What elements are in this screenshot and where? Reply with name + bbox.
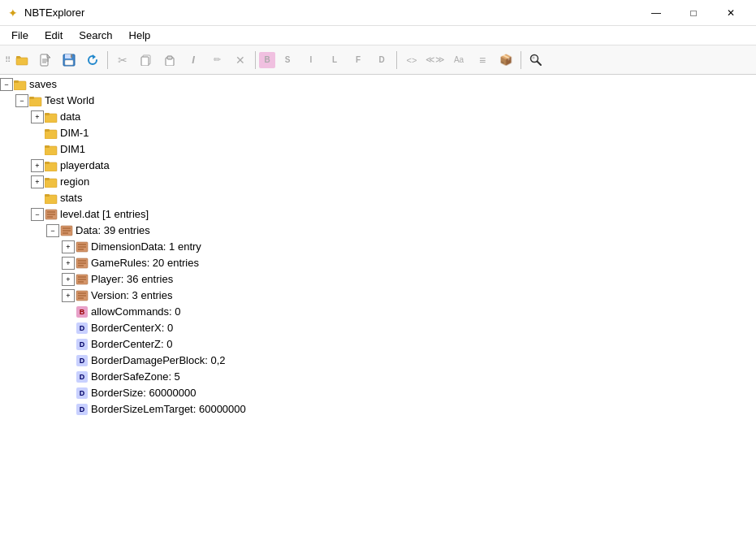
- toolbar-drag-handle: ⠿: [3, 55, 10, 64]
- toolbar: ⠿ ✂: [0, 45, 756, 75]
- menu-edit[interactable]: Edit: [37, 26, 71, 45]
- add-long-button[interactable]: L: [323, 49, 346, 71]
- tree-panel[interactable]: − saves − Test World: [0, 75, 756, 554]
- add-byte-button[interactable]: B: [259, 52, 275, 68]
- add-float-button[interactable]: F: [347, 49, 369, 71]
- paste-button[interactable]: [158, 49, 181, 71]
- title-bar: ✦ NBTExplorer — □ ✕: [0, 0, 756, 26]
- svg-rect-31: [45, 162, 50, 164]
- expand-player[interactable]: +: [62, 273, 75, 286]
- tree-node-version[interactable]: + Version: 3 entries: [0, 288, 756, 304]
- tree-node-region[interactable]: + region: [0, 174, 756, 190]
- tree-node-game-rules[interactable]: + GameRules: 20 entries: [0, 255, 756, 271]
- svg-rect-23: [29, 97, 34, 99]
- tree-node-data-compound[interactable]: − Data: 39 entries: [0, 223, 756, 239]
- compound-icon-version: [76, 289, 89, 302]
- no-expand: [31, 143, 44, 156]
- expand-version[interactable]: +: [62, 289, 75, 302]
- expand-data[interactable]: +: [31, 110, 44, 123]
- expand-data-compound[interactable]: −: [46, 224, 59, 237]
- edit-value-button[interactable]: ✏: [205, 49, 228, 71]
- tree-node-saves[interactable]: − saves: [0, 76, 756, 93]
- svg-rect-39: [47, 216, 53, 218]
- add-intarray-button[interactable]: ≪≫: [424, 49, 447, 71]
- svg-rect-29: [45, 145, 50, 148]
- svg-rect-1: [16, 58, 28, 65]
- expand-region[interactable]: +: [31, 175, 44, 188]
- menu-help[interactable]: Help: [121, 26, 159, 45]
- folder-icon-saves: [14, 78, 27, 91]
- tree-node-border-size[interactable]: D BorderSize: 60000000: [0, 385, 756, 401]
- open-file-button[interactable]: [34, 49, 57, 71]
- svg-point-19: [533, 56, 535, 58]
- compound-icon-data: [60, 224, 73, 237]
- tree-node-border-center-x[interactable]: D BorderCenterX: 0: [0, 320, 756, 336]
- add-int-button[interactable]: I: [300, 49, 322, 71]
- label-game-rules: GameRules: 20 entries: [91, 255, 199, 271]
- save-button[interactable]: [58, 49, 80, 71]
- byte-icon-allow-commands: B: [76, 305, 89, 318]
- tree-node-stats[interactable]: stats: [0, 190, 756, 206]
- add-list-button[interactable]: ≡: [471, 49, 494, 71]
- svg-rect-10: [71, 54, 72, 58]
- toolbar-separator-4: [521, 51, 521, 69]
- expand-game-rules[interactable]: +: [62, 257, 75, 270]
- menu-search[interactable]: Search: [71, 26, 120, 45]
- expand-saves[interactable]: −: [0, 78, 13, 91]
- expand-dimension-data[interactable]: +: [62, 240, 75, 253]
- tree-node-dimension-data[interactable]: + DimensionData: 1 entry: [0, 239, 756, 255]
- add-double-button[interactable]: D: [370, 49, 393, 71]
- open-folder-button[interactable]: [11, 49, 33, 71]
- rename-button[interactable]: I: [182, 49, 205, 71]
- compound-icon-dimension: [76, 240, 89, 253]
- add-bytearray-button[interactable]: <>: [400, 49, 423, 71]
- menu-file[interactable]: File: [3, 26, 37, 45]
- svg-rect-58: [78, 295, 86, 296]
- double-tag-icon: D: [76, 404, 88, 415]
- double-tag-icon: D: [76, 387, 88, 399]
- refresh-button[interactable]: [81, 49, 104, 71]
- tree-node-border-center-z[interactable]: D BorderCenterZ: 0: [0, 336, 756, 353]
- copy-button[interactable]: [135, 49, 158, 71]
- tree-node-test-world[interactable]: − Test World: [0, 93, 756, 109]
- maximize-button[interactable]: □: [675, 0, 712, 26]
- double-tag-icon: D: [76, 339, 88, 350]
- expand-playerdata[interactable]: +: [31, 159, 44, 172]
- label-dimension-data: DimensionData: 1 entry: [91, 239, 201, 255]
- folder-icon-data: [45, 110, 58, 123]
- no-expand: [62, 370, 75, 383]
- expand-level-dat[interactable]: −: [31, 208, 44, 221]
- label-version: Version: 3 entries: [91, 288, 172, 304]
- find-button[interactable]: [525, 49, 547, 71]
- tree-node-level-dat[interactable]: − level.dat [1 entries]: [0, 206, 756, 223]
- svg-rect-9: [65, 54, 71, 58]
- label-stats: stats: [60, 190, 82, 206]
- tree-node-allow-commands[interactable]: B allowCommands: 0: [0, 304, 756, 320]
- tree-node-border-damage-per-block[interactable]: D BorderDamagePerBlock: 0,2: [0, 353, 756, 369]
- tree-node-border-size-lem-target[interactable]: D BorderSizeLemTarget: 60000000: [0, 401, 756, 418]
- tree-node-data[interactable]: + data: [0, 109, 756, 125]
- tree-node-dim1[interactable]: DIM1: [0, 141, 756, 158]
- tree-node-player[interactable]: + Player: 36 entries: [0, 271, 756, 288]
- cut-button[interactable]: ✂: [111, 49, 134, 71]
- tree-node-dim-1[interactable]: DIM-1: [0, 125, 756, 141]
- label-data-compound: Data: 39 entries: [76, 223, 150, 239]
- tree-node-playerdata[interactable]: + playerdata: [0, 158, 756, 174]
- add-compound-button[interactable]: 📦: [495, 49, 517, 71]
- minimize-button[interactable]: —: [637, 0, 675, 26]
- double-tag-icon: D: [76, 371, 88, 383]
- svg-rect-51: [78, 265, 84, 266]
- label-border-size-lem-target: BorderSizeLemTarget: 60000000: [91, 401, 246, 418]
- expand-test-world[interactable]: −: [15, 94, 28, 107]
- svg-rect-27: [45, 129, 50, 132]
- tree-node-border-safe-zone[interactable]: D BorderSafeZone: 5: [0, 369, 756, 385]
- label-player: Player: 36 entries: [91, 271, 173, 288]
- add-short-button[interactable]: S: [276, 49, 299, 71]
- svg-rect-53: [78, 276, 86, 278]
- add-string-button[interactable]: Aa: [447, 49, 470, 71]
- close-button[interactable]: ✕: [712, 0, 750, 26]
- label-border-center-z: BorderCenterZ: 0: [91, 336, 172, 353]
- delete-button[interactable]: ✕: [229, 49, 252, 71]
- double-icon-border-center-x: D: [76, 322, 89, 335]
- svg-rect-46: [78, 246, 86, 248]
